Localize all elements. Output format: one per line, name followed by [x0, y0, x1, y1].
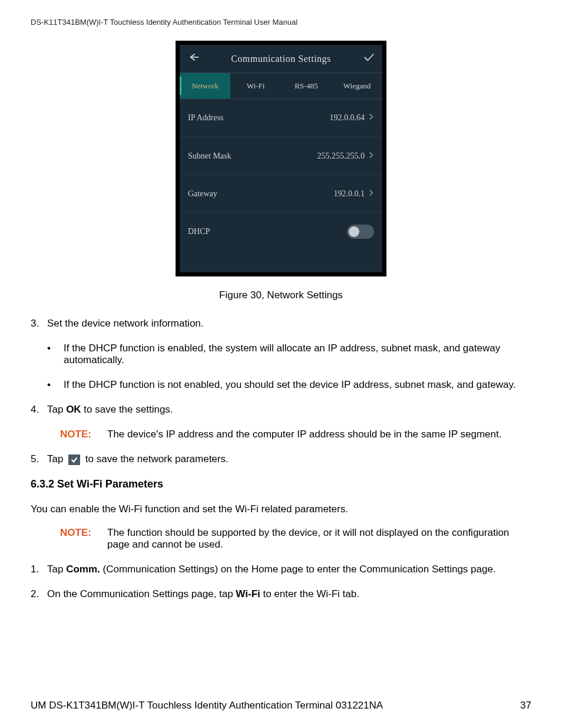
step-5: 5. Tap to save the network parameters.: [31, 453, 531, 465]
dhcp-toggle[interactable]: [347, 225, 374, 239]
section-heading: 6.3.2 Set Wi-Fi Parameters: [31, 478, 531, 490]
bold-text: Comm.: [66, 564, 100, 575]
page-number: 37: [520, 700, 531, 711]
tab-wiegand[interactable]: Wiegand: [332, 73, 382, 98]
bullet-item: If the DHCP function is enabled, the sys…: [31, 342, 531, 366]
chevron-right-icon: [368, 189, 374, 199]
bold-text: OK: [66, 404, 81, 415]
settings-list: IP Address 192.0.0.64 Subnet Mask 255.25…: [180, 99, 382, 272]
text-fragment: Tap: [47, 564, 66, 575]
step-number: 5.: [31, 453, 47, 465]
row-gateway[interactable]: Gateway 192.0.0.1: [180, 174, 382, 212]
note-block: NOTE: The device's IP address and the co…: [60, 429, 531, 440]
step-text: Tap to save the network parameters.: [47, 453, 531, 465]
label-ip: IP Address: [188, 113, 330, 123]
row-dhcp: DHCP: [180, 212, 382, 250]
step-text: On the Communication Settings page, tap …: [47, 588, 531, 600]
step-text: Tap Comm. (Communication Settings) on th…: [47, 564, 531, 575]
screen-title: Communication Settings: [200, 54, 362, 64]
bullet-list: If the DHCP function is enabled, the sys…: [31, 342, 531, 391]
note-label: NOTE:: [60, 429, 107, 440]
paragraph: You can enable the Wi-Fi function and se…: [31, 503, 531, 515]
bullet-item: If the DHCP function is not enabled, you…: [31, 379, 531, 391]
row-subnet-mask[interactable]: Subnet Mask 255.255.255.0: [180, 137, 382, 174]
tab-rs485[interactable]: RS-485: [281, 73, 332, 98]
back-icon[interactable]: [187, 51, 200, 67]
instruction-list: 3. Set the device network information.: [31, 318, 531, 330]
label-subnet: Subnet Mask: [188, 151, 318, 161]
note-block: NOTE: The function should be supported b…: [60, 527, 531, 551]
value-subnet: 255.255.255.0: [318, 151, 365, 161]
text-fragment: to enter the Wi-Fi tab.: [260, 588, 359, 599]
step-number: 3.: [31, 318, 47, 330]
text-fragment: (Communication Settings) on the Home pag…: [100, 564, 496, 575]
text-fragment: to save the settings.: [81, 404, 173, 415]
check-icon: [68, 454, 80, 465]
step-3: 3. Set the device network information.: [31, 318, 531, 330]
value-gateway: 192.0.0.1: [334, 189, 365, 199]
note-text: The function should be supported by the …: [107, 527, 531, 551]
document-header: DS-K11T341BM(W)I-T Touchless Identity Au…: [31, 18, 531, 27]
step-1: 1. Tap Comm. (Communication Settings) on…: [31, 564, 531, 575]
figure-caption: Figure 30, Network Settings: [31, 289, 531, 301]
step-number: 2.: [31, 588, 47, 600]
step-number: 4.: [31, 404, 47, 416]
step-number: 1.: [31, 564, 47, 575]
text-fragment: On the Communication Settings page, tap: [47, 588, 236, 599]
device-screen: Communication Settings Network Wi-Fi RS-…: [180, 45, 382, 272]
footer-left: UM DS-K1T341BM(W)I-T Touchless Identity …: [31, 700, 383, 711]
note-text: The device's IP address and the computer…: [107, 429, 531, 440]
step-text: Set the device network information.: [47, 318, 531, 330]
bullet-text: If the DHCP function is enabled, the sys…: [64, 342, 531, 366]
instruction-list: 5. Tap to save the network parameters.: [31, 453, 531, 465]
step-text: Tap OK to save the settings.: [47, 404, 531, 416]
row-ip-address[interactable]: IP Address 192.0.0.64: [180, 99, 382, 137]
instruction-list: 4. Tap OK to save the settings.: [31, 404, 531, 416]
chevron-right-icon: [368, 151, 374, 162]
chevron-right-icon: [368, 113, 374, 123]
text-fragment: Tap: [47, 453, 66, 465]
tabs-row: Network Wi-Fi RS-485 Wiegand: [180, 73, 382, 99]
value-ip: 192.0.0.64: [330, 113, 365, 123]
tab-wifi[interactable]: Wi-Fi: [230, 73, 281, 98]
text-fragment: Tap: [47, 404, 66, 415]
step-2: 2. On the Communication Settings page, t…: [31, 588, 531, 600]
step-4: 4. Tap OK to save the settings.: [31, 404, 531, 416]
text-fragment: to save the network parameters.: [82, 453, 229, 465]
note-label: NOTE:: [60, 527, 107, 551]
bullet-text: If the DHCP function is not enabled, you…: [64, 379, 515, 391]
label-dhcp: DHCP: [188, 227, 347, 236]
screen-header: Communication Settings: [180, 45, 382, 73]
tab-network[interactable]: Network: [180, 73, 230, 98]
confirm-icon[interactable]: [362, 51, 375, 67]
label-gateway: Gateway: [188, 189, 334, 199]
device-frame: Communication Settings Network Wi-Fi RS-…: [176, 41, 386, 276]
instruction-list: 1. Tap Comm. (Communication Settings) on…: [31, 564, 531, 600]
bold-text: Wi-Fi: [236, 588, 260, 599]
document-footer: UM DS-K1T341BM(W)I-T Touchless Identity …: [31, 700, 531, 711]
